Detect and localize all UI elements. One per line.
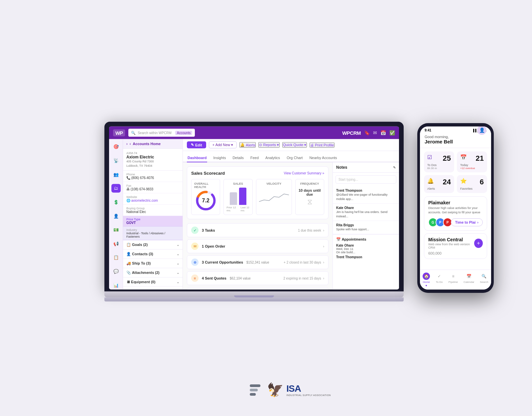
quotes-row[interactable]: ≡ 4 Sent Quotes $62,104 value 2 expiring… — [187, 271, 329, 285]
opportunities-row[interactable]: ⊕ 3 Current Opportunities $152,341 value… — [187, 255, 329, 269]
phone-nav-calendar[interactable]: 📅 Calendar — [464, 273, 474, 286]
quotes-right: 2 expiring in next 15 days › — [283, 276, 324, 280]
scorecard-title: Sales Scorecard — [191, 171, 225, 176]
sidebar-icon-rocket[interactable]: 🎯 — [111, 142, 121, 151]
note-entry-3: Rita Briggs Spoke with fuse opport... — [333, 221, 399, 234]
sidebar-icon-accounts[interactable]: 🗂 — [111, 184, 121, 193]
back-icon: ‹ — [130, 142, 131, 146]
reports-icon: ⊙ — [259, 143, 262, 147]
tasks-due: 1 due this week — [298, 228, 321, 232]
tab-nearby-accounts[interactable]: Nearby Accounts — [309, 154, 337, 162]
chevron-down-icon: ⌄ — [177, 280, 179, 284]
sidebar-icon-messages[interactable]: 💬 — [111, 267, 121, 276]
sidebar-icon-pricing[interactable]: 💲 — [111, 198, 121, 206]
add-new-button[interactable]: + Add New ▾ — [209, 141, 237, 148]
tab-analytics[interactable]: Analytics — [265, 154, 281, 162]
sales-bar-chart — [230, 187, 246, 205]
frequency-card: Frequency 10 days until due ⧖ — [295, 179, 324, 215]
phone-nav-pipeline[interactable]: ≡ Pipeline — [449, 273, 458, 286]
laptop-base — [104, 292, 404, 298]
phone-greeting: Good morning, — [425, 135, 486, 139]
appt-person-2: Trent Thompson — [336, 255, 396, 259]
phone-nav-todo[interactable]: ✓ To Do — [436, 273, 443, 286]
phone-nav-search[interactable]: 🔍 Search — [480, 273, 488, 286]
calendar-nav-icon[interactable]: 📅 — [380, 130, 386, 135]
overall-health-value: 7.2 — [202, 198, 209, 204]
todos-sub: 6h 30 m — [427, 167, 451, 170]
stat-alerts[interactable]: 🔔 24 Alerts — [424, 175, 454, 193]
tasks-row[interactable]: ✓ 3 Tasks 1 due this week › — [187, 223, 329, 237]
stat-todos-top: ☑ 25 — [427, 154, 451, 163]
overall-health-card: Overall Health 7.2 — [191, 179, 220, 215]
print-profile-button[interactable]: 🖨 Print Profile — [310, 142, 334, 147]
tab-feed[interactable]: Feed — [250, 154, 259, 162]
sidebar-icon-reports[interactable]: 📋 — [111, 253, 121, 262]
stat-today[interactable]: 📅 21 Today +12 overdue — [457, 151, 487, 172]
accordion-attachments[interactable]: 📎 Attachments (2) ⌄ — [123, 268, 183, 278]
tab-insights[interactable]: Insights — [212, 154, 226, 162]
tab-details[interactable]: Details — [232, 154, 244, 162]
bookmark-icon[interactable]: 🔖 — [364, 130, 370, 135]
star-icon: ⭐ — [460, 178, 467, 184]
alerts-button[interactable]: 🔔 Alerts — [239, 142, 256, 148]
mission-fab-button[interactable]: + — [474, 239, 483, 248]
nav-home-label: Home — [423, 281, 430, 284]
stat-today-top: 📅 21 — [460, 154, 484, 163]
chevron-down-icon: ⌄ — [177, 252, 179, 256]
mail-icon[interactable]: ✉ — [373, 130, 377, 135]
time-to-plai-button[interactable]: Time to Plai › — [451, 218, 483, 226]
edit-button[interactable]: ✎ ✎ Edit Edit — [187, 141, 206, 148]
plaimaker-title: Plaimaker — [428, 200, 483, 205]
velocity-card: Velocity — [256, 179, 292, 215]
note-person-1: Trent Thompson — [336, 189, 396, 192]
search-filter-select[interactable]: Accounts — [175, 130, 192, 135]
tab-org-chart[interactable]: Org Chart — [286, 154, 303, 162]
accordion-equipment[interactable]: 🖥 Equipment (0) ⌄ — [123, 278, 183, 287]
notes-input[interactable]: Start typing... — [335, 175, 396, 184]
reports-button[interactable]: ⊙ Reports ▾ — [258, 142, 280, 148]
sidebar-icon-analytics[interactable]: 📊 — [111, 281, 121, 290]
wp-logo — [250, 384, 260, 396]
sidebar-icon-feed[interactable]: 📡 — [111, 156, 121, 165]
note-text-3: Spoke with fuse opport... — [336, 227, 396, 232]
phone-header: 👤 Good morning, Jerome Bell — [420, 133, 491, 148]
stat-todos[interactable]: ☑ 25 To Dos 6h 30 m — [424, 151, 454, 172]
chevron-icon: › — [126, 142, 128, 146]
isa-text: ISA Industrial Supply Association — [286, 383, 331, 396]
plaimaker-logos: G P P — [428, 218, 450, 227]
phone-stats-grid: ☑ 25 To Dos 6h 30 m 📅 21 Today +12 overd… — [420, 148, 491, 196]
ticket-row[interactable]: ! 1 Open Ticket › — [187, 287, 329, 290]
chevron-down-icon: ⌄ — [177, 262, 179, 265]
isa-acronym: ISA — [286, 383, 331, 394]
appt-entry-2: Trent Thompson — [336, 255, 396, 259]
check-nav-icon[interactable]: ✅ — [389, 130, 395, 135]
chevron-right-icon: › — [477, 220, 478, 224]
nav-right: WPCRM 🔖 ✉ 📅 ✅ — [342, 130, 395, 135]
open-order-row[interactable]: ✉ 1 Open Order › — [187, 239, 329, 253]
overall-health-label: Overall Health — [194, 182, 217, 189]
quick-quote-button[interactable]: Quick Quote ▾ — [282, 142, 307, 148]
today-overdue: +12 overdue — [460, 167, 484, 170]
search-bar[interactable]: 🔍 Search within WPCRM Accounts — [128, 129, 195, 137]
note-entry-2: Kate Ohare Jim is having he'll be una or… — [333, 204, 399, 221]
order-icon: ✉ — [191, 243, 199, 250]
accordion-contacts[interactable]: 👤 Contacts (3) ⌄ — [123, 250, 183, 259]
phone-detail: Phone 📞 (806) 676-4076 — [123, 171, 183, 182]
customer-summary-link[interactable]: View Customer Summary » — [284, 171, 324, 175]
today-label: Today — [460, 163, 484, 167]
stat-favorites[interactable]: ⭐ 6 Favorites — [457, 175, 487, 193]
sidebar-icon-finance[interactable]: 💵 — [111, 226, 121, 234]
laptop-stand — [104, 298, 404, 302]
tab-dashboard[interactable]: Dashboard — [187, 154, 207, 162]
sidebar-icon-contacts[interactable]: 👤 — [111, 212, 121, 220]
nav-calendar-label: Calendar — [464, 281, 474, 284]
breadcrumb[interactable]: › ‹ Accounts Home — [123, 139, 183, 149]
accordion-goals[interactable]: 📋 Goals (2) ⌄ — [123, 240, 183, 250]
accordion-shipto[interactable]: 🚚 Ship To (3) ⌄ — [123, 259, 183, 268]
account-card: AXM-74 Axiom Electric 405 County Rd 7300… — [123, 149, 183, 171]
phone-nav-home[interactable]: 🏠 Home — [423, 273, 430, 286]
avatar[interactable]: 👤 — [477, 126, 486, 135]
laptop-screen: WP 🔍 Search within WPCRM Accounts WPCRM … — [109, 126, 399, 290]
sidebar-icon-alerts[interactable]: 📢 — [111, 239, 121, 248]
sidebar-icon-team[interactable]: 👥 — [111, 170, 121, 179]
